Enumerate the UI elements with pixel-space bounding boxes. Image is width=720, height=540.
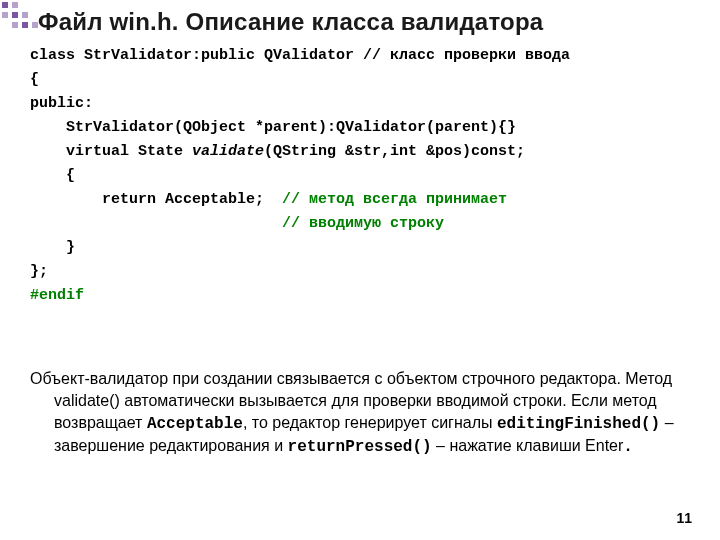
svg-rect-4: [22, 12, 28, 18]
svg-rect-0: [2, 2, 8, 8]
code-line: }: [30, 236, 700, 260]
code-comment: // метод всегда принимает: [282, 191, 507, 208]
svg-rect-6: [22, 22, 28, 28]
para-text: – нажатие клавиши Enter: [432, 437, 624, 454]
para-text: .: [623, 438, 633, 456]
description-paragraph: Объект-валидатор при создании связываетс…: [30, 368, 692, 458]
svg-rect-3: [12, 12, 18, 18]
code-inline: Acceptable: [147, 415, 243, 433]
code-directive: #endif: [30, 284, 700, 308]
code-line: public:: [30, 92, 700, 116]
code-block: class StrValidator:public QValidator // …: [30, 44, 700, 308]
code-inline: returnPressed(): [288, 438, 432, 456]
code-line: virtual State: [30, 143, 192, 160]
code-line: [30, 215, 282, 232]
svg-rect-5: [12, 22, 18, 28]
page-number: 11: [676, 510, 692, 526]
para-text: , то редактор генерирует сигналы: [243, 414, 497, 431]
code-line: class StrValidator:public QValidator: [30, 47, 363, 64]
code-line: return Acceptable;: [30, 191, 282, 208]
code-line: {: [30, 164, 700, 188]
code-inline: editingFinished(): [497, 415, 660, 433]
svg-rect-1: [12, 2, 18, 8]
code-line: (QString &str,int &pos)const;: [264, 143, 525, 160]
svg-rect-2: [2, 12, 8, 18]
code-line: {: [30, 68, 700, 92]
code-comment: // вводимую строку: [282, 215, 444, 232]
code-line: };: [30, 260, 700, 284]
code-comment: // класс проверки ввода: [363, 47, 570, 64]
page-title: Файл win.h. Описание класса валидатора: [38, 8, 543, 36]
code-identifier: validate: [192, 143, 264, 160]
code-line: StrValidator(QObject *parent):QValidator…: [30, 116, 700, 140]
